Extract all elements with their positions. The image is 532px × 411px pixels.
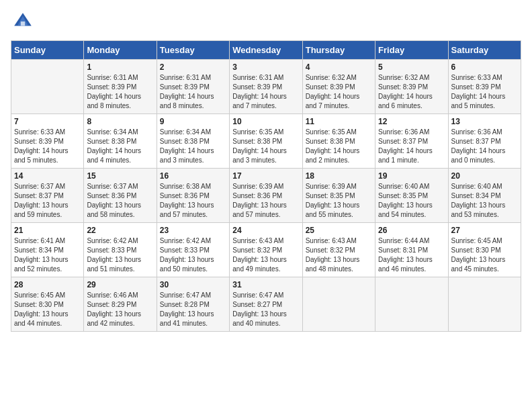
day-info: Sunrise: 6:35 AMSunset: 8:38 PMDaylight:… xyxy=(306,128,372,165)
calendar-cell: 20Sunrise: 6:40 AMSunset: 8:34 PMDayligh… xyxy=(448,169,521,223)
day-info: Sunrise: 6:33 AMSunset: 8:39 PMDaylight:… xyxy=(451,73,518,111)
calendar-cell xyxy=(302,277,375,332)
calendar-cell: 3Sunrise: 6:31 AMSunset: 8:39 PMDaylight… xyxy=(230,60,302,114)
day-number: 14 xyxy=(14,171,81,181)
day-info: Sunrise: 6:34 AMSunset: 8:38 PMDaylight:… xyxy=(87,128,153,165)
day-number: 30 xyxy=(160,280,226,289)
calendar-cell: 29Sunrise: 6:46 AMSunset: 8:29 PMDayligh… xyxy=(84,277,157,332)
calendar-cell: 19Sunrise: 6:40 AMSunset: 8:35 PMDayligh… xyxy=(375,169,448,223)
calendar-cell xyxy=(448,277,521,332)
calendar-cell: 22Sunrise: 6:42 AMSunset: 8:33 PMDayligh… xyxy=(84,223,157,277)
day-info: Sunrise: 6:39 AMSunset: 8:36 PMDaylight:… xyxy=(232,182,299,220)
day-info: Sunrise: 6:42 AMSunset: 8:33 PMDaylight:… xyxy=(87,236,153,274)
logo-icon xyxy=(12,11,34,32)
day-number: 12 xyxy=(378,117,445,126)
calendar-cell: 7Sunrise: 6:33 AMSunset: 8:39 PMDaylight… xyxy=(11,114,84,169)
calendar-week-row: 21Sunrise: 6:41 AMSunset: 8:34 PMDayligh… xyxy=(11,223,521,277)
day-number: 9 xyxy=(160,117,226,126)
day-info: Sunrise: 6:45 AMSunset: 8:30 PMDaylight:… xyxy=(14,291,81,328)
day-info: Sunrise: 6:32 AMSunset: 8:39 PMDaylight:… xyxy=(378,73,445,111)
day-number: 22 xyxy=(87,226,153,235)
day-number: 10 xyxy=(232,117,299,126)
calendar-cell: 27Sunrise: 6:45 AMSunset: 8:30 PMDayligh… xyxy=(448,223,521,277)
calendar-cell: 10Sunrise: 6:35 AMSunset: 8:38 PMDayligh… xyxy=(230,114,302,169)
calendar-header-row: SundayMondayTuesdayWednesdayThursdayFrid… xyxy=(11,41,521,60)
day-number: 18 xyxy=(306,171,372,181)
day-number: 8 xyxy=(87,117,153,126)
calendar-cell: 21Sunrise: 6:41 AMSunset: 8:34 PMDayligh… xyxy=(11,223,84,277)
day-number: 16 xyxy=(160,171,226,181)
day-number: 3 xyxy=(232,62,299,72)
calendar-week-row: 1Sunrise: 6:31 AMSunset: 8:39 PMDaylight… xyxy=(11,60,521,114)
day-info: Sunrise: 6:33 AMSunset: 8:39 PMDaylight:… xyxy=(14,128,81,165)
day-info: Sunrise: 6:46 AMSunset: 8:29 PMDaylight:… xyxy=(87,291,153,328)
calendar-cell: 18Sunrise: 6:39 AMSunset: 8:35 PMDayligh… xyxy=(302,169,375,223)
day-number: 27 xyxy=(451,226,518,235)
day-number: 23 xyxy=(160,226,226,235)
day-info: Sunrise: 6:31 AMSunset: 8:39 PMDaylight:… xyxy=(232,73,299,111)
calendar-cell: 14Sunrise: 6:37 AMSunset: 8:37 PMDayligh… xyxy=(11,169,84,223)
calendar-cell: 9Sunrise: 6:34 AMSunset: 8:38 PMDaylight… xyxy=(157,114,229,169)
header-monday: Monday xyxy=(84,41,157,60)
calendar-week-row: 7Sunrise: 6:33 AMSunset: 8:39 PMDaylight… xyxy=(11,114,521,169)
calendar-cell xyxy=(375,277,448,332)
calendar-cell: 2Sunrise: 6:31 AMSunset: 8:39 PMDaylight… xyxy=(157,60,229,114)
day-info: Sunrise: 6:34 AMSunset: 8:38 PMDaylight:… xyxy=(160,128,226,165)
header-sunday: Sunday xyxy=(11,41,84,60)
calendar-cell: 11Sunrise: 6:35 AMSunset: 8:38 PMDayligh… xyxy=(302,114,375,169)
calendar-cell: 24Sunrise: 6:43 AMSunset: 8:32 PMDayligh… xyxy=(230,223,302,277)
calendar-cell: 16Sunrise: 6:38 AMSunset: 8:36 PMDayligh… xyxy=(157,169,229,223)
calendar-cell: 5Sunrise: 6:32 AMSunset: 8:39 PMDaylight… xyxy=(375,60,448,114)
day-number: 20 xyxy=(451,171,518,181)
calendar-cell: 23Sunrise: 6:42 AMSunset: 8:33 PMDayligh… xyxy=(157,223,229,277)
day-number: 5 xyxy=(378,62,445,72)
day-info: Sunrise: 6:45 AMSunset: 8:30 PMDaylight:… xyxy=(451,236,518,274)
day-number: 19 xyxy=(378,171,445,181)
day-number: 29 xyxy=(87,280,153,289)
calendar-cell: 28Sunrise: 6:45 AMSunset: 8:30 PMDayligh… xyxy=(11,277,84,332)
day-info: Sunrise: 6:31 AMSunset: 8:39 PMDaylight:… xyxy=(87,73,153,111)
header-friday: Friday xyxy=(375,41,448,60)
calendar-table: SundayMondayTuesdayWednesdayThursdayFrid… xyxy=(11,40,521,332)
calendar-cell: 12Sunrise: 6:36 AMSunset: 8:37 PMDayligh… xyxy=(375,114,448,169)
day-info: Sunrise: 6:31 AMSunset: 8:39 PMDaylight:… xyxy=(160,73,226,111)
calendar-cell: 25Sunrise: 6:43 AMSunset: 8:32 PMDayligh… xyxy=(302,223,375,277)
day-info: Sunrise: 6:36 AMSunset: 8:37 PMDaylight:… xyxy=(451,128,518,165)
day-info: Sunrise: 6:43 AMSunset: 8:32 PMDaylight:… xyxy=(232,236,299,274)
day-info: Sunrise: 6:37 AMSunset: 8:37 PMDaylight:… xyxy=(14,182,81,220)
calendar-cell: 6Sunrise: 6:33 AMSunset: 8:39 PMDaylight… xyxy=(448,60,521,114)
day-info: Sunrise: 6:47 AMSunset: 8:27 PMDaylight:… xyxy=(232,291,299,328)
header-saturday: Saturday xyxy=(448,41,521,60)
logo xyxy=(11,11,34,32)
day-number: 28 xyxy=(14,280,81,289)
day-number: 24 xyxy=(232,226,299,235)
calendar-week-row: 28Sunrise: 6:45 AMSunset: 8:30 PMDayligh… xyxy=(11,277,521,332)
day-info: Sunrise: 6:36 AMSunset: 8:37 PMDaylight:… xyxy=(378,128,445,165)
day-info: Sunrise: 6:38 AMSunset: 8:36 PMDaylight:… xyxy=(160,182,226,220)
calendar-cell: 1Sunrise: 6:31 AMSunset: 8:39 PMDaylight… xyxy=(84,60,157,114)
day-info: Sunrise: 6:40 AMSunset: 8:35 PMDaylight:… xyxy=(378,182,445,220)
day-number: 26 xyxy=(378,226,445,235)
day-number: 13 xyxy=(451,117,518,126)
day-info: Sunrise: 6:39 AMSunset: 8:35 PMDaylight:… xyxy=(306,182,372,220)
calendar-cell: 17Sunrise: 6:39 AMSunset: 8:36 PMDayligh… xyxy=(230,169,302,223)
day-number: 15 xyxy=(87,171,153,181)
calendar-cell: 30Sunrise: 6:47 AMSunset: 8:28 PMDayligh… xyxy=(157,277,229,332)
day-info: Sunrise: 6:32 AMSunset: 8:39 PMDaylight:… xyxy=(306,73,372,111)
calendar-cell: 26Sunrise: 6:44 AMSunset: 8:31 PMDayligh… xyxy=(375,223,448,277)
day-number: 11 xyxy=(306,117,372,126)
header-wednesday: Wednesday xyxy=(230,41,302,60)
header-thursday: Thursday xyxy=(302,41,375,60)
day-number: 4 xyxy=(306,62,372,72)
calendar-cell: 31Sunrise: 6:47 AMSunset: 8:27 PMDayligh… xyxy=(230,277,302,332)
day-info: Sunrise: 6:37 AMSunset: 8:36 PMDaylight:… xyxy=(87,182,153,220)
day-info: Sunrise: 6:43 AMSunset: 8:32 PMDaylight:… xyxy=(306,236,372,274)
calendar-week-row: 14Sunrise: 6:37 AMSunset: 8:37 PMDayligh… xyxy=(11,169,521,223)
day-info: Sunrise: 6:44 AMSunset: 8:31 PMDaylight:… xyxy=(378,236,445,274)
day-number: 7 xyxy=(14,117,81,126)
day-number: 6 xyxy=(451,62,518,72)
day-info: Sunrise: 6:40 AMSunset: 8:34 PMDaylight:… xyxy=(451,182,518,220)
day-number: 21 xyxy=(14,226,81,235)
calendar-cell: 13Sunrise: 6:36 AMSunset: 8:37 PMDayligh… xyxy=(448,114,521,169)
day-info: Sunrise: 6:35 AMSunset: 8:38 PMDaylight:… xyxy=(232,128,299,165)
